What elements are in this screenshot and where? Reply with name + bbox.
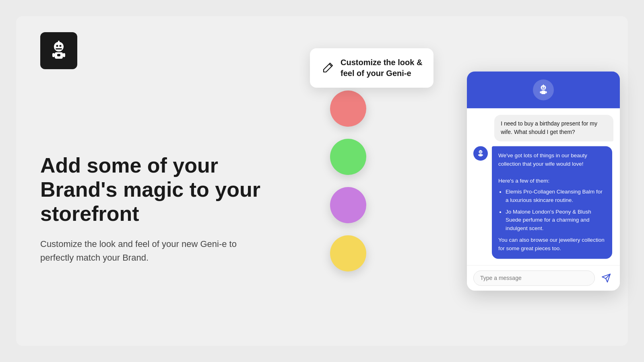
- chat-bot-avatar-header: [533, 79, 554, 100]
- pencil-icon: [321, 62, 334, 74]
- logo-box: [40, 32, 77, 69]
- svg-rect-25: [478, 154, 479, 156]
- svg-rect-22: [479, 152, 482, 153]
- svg-point-12: [544, 87, 545, 88]
- svg-rect-18: [545, 91, 547, 93]
- chat-header: [467, 71, 620, 108]
- svg-rect-26: [482, 154, 483, 156]
- chat-input-area: [467, 265, 620, 291]
- swatch-green[interactable]: [330, 139, 366, 175]
- bot-avatar-icon: [476, 149, 485, 158]
- chat-window: I need to buy a birthday present for my …: [467, 71, 620, 290]
- tooltip-bubble: Customize the look &feel of your Geni-e: [310, 48, 433, 88]
- bot-intro: We've got lots of things in our beauty c…: [498, 152, 587, 167]
- svg-rect-7: [52, 53, 55, 57]
- swatch-red[interactable]: [330, 90, 366, 127]
- svg-point-15: [543, 84, 544, 85]
- swatch-yellow[interactable]: [330, 235, 366, 272]
- user-message: I need to buy a birthday present for my …: [494, 115, 613, 141]
- svg-point-20: [480, 151, 481, 152]
- bot-subheading: Here's a few of them:: [498, 178, 549, 184]
- send-button[interactable]: [599, 271, 613, 286]
- bot-logo-icon: [537, 83, 550, 96]
- logo-icon: [47, 39, 71, 63]
- bot-avatar: [473, 146, 488, 160]
- sub-heading: Customize the look and feel of your new …: [40, 237, 250, 265]
- svg-point-2: [60, 45, 62, 47]
- svg-point-5: [58, 41, 60, 42]
- chat-input[interactable]: [473, 271, 595, 286]
- svg-point-21: [481, 151, 482, 152]
- send-icon: [601, 274, 611, 283]
- bot-message-row: We've got lots of things in our beauty c…: [473, 146, 613, 259]
- left-content: Add some of your Brand's magic to your s…: [16, 97, 290, 265]
- bot-outro: You can also browse our jewellery collec…: [498, 237, 605, 252]
- svg-rect-17: [540, 91, 541, 93]
- svg-point-11: [542, 87, 543, 88]
- bot-message: We've got lots of things in our beauty c…: [492, 146, 612, 259]
- svg-rect-24: [479, 154, 482, 156]
- svg-rect-23: [480, 150, 481, 150]
- bot-item-2: Jo Malone London's Peony & Blush Suede p…: [506, 208, 606, 233]
- chat-body: I need to buy a birthday present for my …: [467, 108, 620, 265]
- svg-rect-9: [57, 54, 60, 56]
- svg-rect-16: [541, 91, 546, 95]
- svg-point-1: [56, 45, 58, 47]
- swatch-purple[interactable]: [330, 187, 366, 223]
- tooltip-text: Customize the look &feel of your Geni-e: [341, 57, 422, 79]
- swatches-column: [330, 90, 366, 272]
- bot-items-list: Elemis Pro-Collagen Cleansing Balm for a…: [498, 188, 606, 233]
- svg-rect-3: [56, 48, 62, 49]
- page-container: Add some of your Brand's magic to your s…: [16, 16, 628, 346]
- right-content: Customize the look &feel of your Geni-e: [290, 16, 628, 346]
- main-heading: Add some of your Brand's magic to your s…: [40, 154, 290, 226]
- svg-rect-8: [63, 53, 65, 57]
- bot-item-1: Elemis Pro-Collagen Cleansing Balm for a…: [506, 188, 606, 205]
- svg-rect-13: [542, 88, 545, 89]
